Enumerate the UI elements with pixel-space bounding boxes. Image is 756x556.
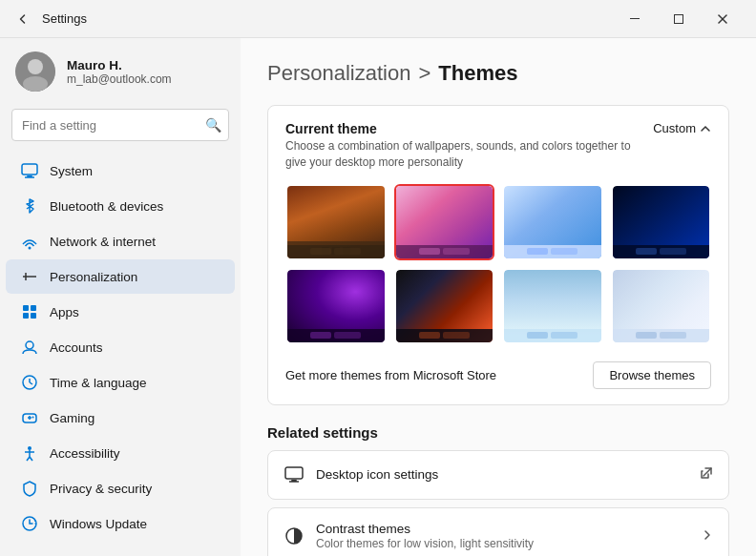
maximize-button[interactable] [657,0,701,38]
section-subtitle: Choose a combination of wallpapers, soun… [285,138,653,171]
sidebar-item-personalization[interactable]: Personalization [6,259,235,294]
sidebar-item-time-label: Time & language [50,376,147,390]
search-box: 🔍 [11,109,229,141]
breadcrumb-current: Themes [438,61,517,86]
sidebar-item-time[interactable]: Time & language [6,365,235,400]
sidebar-item-system-label: System [50,164,93,178]
theme-item-4[interactable] [611,184,712,260]
theme-item-8[interactable] [611,268,712,344]
theme-grid [285,184,711,344]
svg-rect-14 [23,305,29,311]
setting-item-desktop-icon[interactable]: Desktop icon settings [267,450,729,500]
svg-point-6 [23,76,48,92]
title-bar: Settings [0,0,756,38]
svg-rect-16 [23,313,29,319]
sidebar-item-update[interactable]: Windows Update [6,506,235,541]
user-email: m_lab@outlook.com [67,72,172,86]
get-more-themes-text: Get more themes from Microsoft Store [285,368,496,382]
back-button[interactable] [11,8,34,31]
svg-line-21 [30,382,32,384]
theme-item-3[interactable] [502,184,603,260]
sidebar-item-personalization-label: Personalization [50,270,137,284]
theme-item-2[interactable] [394,184,495,260]
contrast-icon [284,525,304,546]
sidebar-item-system[interactable]: System [6,154,235,188]
svg-rect-1 [675,14,683,23]
setting-item-text: Desktop icon settings [316,467,438,482]
sidebar-item-apps[interactable]: Apps [6,295,235,329]
setting-item-left-contrast: Contrast themes Color themes for low vis… [284,522,534,550]
bluetooth-icon [21,197,38,215]
svg-line-30 [30,457,32,461]
user-profile[interactable]: Mauro H. m_lab@outlook.com [0,38,241,105]
theme-item-7[interactable] [502,268,603,344]
user-info: Mauro H. m_lab@outlook.com [67,58,172,86]
apps-icon [21,303,38,320]
nav-list: System Bluetooth & devices Network & int… [0,149,241,546]
network-icon [21,233,38,250]
external-link-icon [700,466,713,483]
svg-line-35 [704,468,711,476]
accessibility-icon [21,444,38,462]
sidebar-item-gaming-label: Gaming [50,411,94,425]
setting-item-contrast[interactable]: Contrast themes Color themes for low vis… [267,507,729,556]
sidebar-item-gaming[interactable]: Gaming [6,401,235,435]
close-button[interactable] [701,0,745,38]
content-area: Personalization > Themes Current theme C… [241,38,756,556]
personalization-icon [21,268,38,285]
sidebar-item-accounts[interactable]: Accounts [6,330,235,364]
window-title: Settings [42,11,613,26]
theme-taskbar [287,243,385,258]
svg-point-18 [26,341,33,349]
update-icon [21,515,38,532]
sidebar-item-accessibility[interactable]: Accessibility [6,436,235,470]
browse-themes-button[interactable]: Browse themes [593,361,711,389]
chevron-up-icon [700,123,711,134]
svg-point-5 [28,59,43,74]
sidebar-item-update-label: Windows Update [50,517,147,531]
search-input[interactable] [11,109,229,141]
sidebar-item-network-label: Network & internet [50,235,156,249]
breadcrumb-parent[interactable]: Personalization [267,61,410,86]
sidebar: Mauro H. m_lab@outlook.com 🔍 System [0,38,241,556]
theme-badge[interactable]: Custom [653,121,711,135]
privacy-icon [21,480,38,497]
setting-item-contrast-title: Contrast themes [316,522,534,536]
related-settings: Related settings Desktop icon settings [267,424,729,556]
breadcrumb: Personalization > Themes [267,61,729,86]
svg-rect-7 [22,164,37,175]
system-icon [21,162,38,179]
sidebar-item-accessibility-label: Accessibility [50,446,120,461]
sidebar-item-privacy[interactable]: Privacy & security [6,471,235,505]
sidebar-item-network[interactable]: Network & internet [6,224,235,258]
svg-rect-0 [630,18,640,19]
sidebar-item-bluetooth-label: Bluetooth & devices [50,199,163,214]
svg-point-25 [32,417,34,419]
setting-item-left: Desktop icon settings [284,464,438,485]
svg-rect-32 [285,467,303,479]
current-theme-card: Current theme Choose a combination of wa… [267,105,729,405]
theme-badge-label: Custom [653,121,696,135]
svg-point-26 [28,446,32,450]
section-header: Current theme Choose a combination of wa… [285,121,711,171]
section-title: Current theme [285,121,653,136]
time-icon [21,374,38,391]
theme-item-6[interactable] [394,268,495,344]
sidebar-item-accounts-label: Accounts [50,340,103,355]
gaming-icon [21,409,38,426]
setting-item-contrast-subtitle: Color themes for low vision, light sensi… [316,537,534,550]
svg-rect-15 [31,305,36,311]
setting-item-text-contrast: Contrast themes Color themes for low vis… [316,522,534,550]
app-body: Mauro H. m_lab@outlook.com 🔍 System [0,38,756,556]
sidebar-item-bluetooth[interactable]: Bluetooth & devices [6,189,235,223]
section-header-text: Current theme Choose a combination of wa… [285,121,653,171]
theme-item-5[interactable] [285,268,387,344]
minimize-button[interactable] [613,0,657,38]
avatar [15,51,55,92]
theme-item-1[interactable] [285,184,387,260]
breadcrumb-separator: > [418,61,430,86]
desktop-icon [284,464,304,485]
chevron-right-icon [702,528,713,544]
window-controls [613,0,745,38]
themes-footer: Get more themes from Microsoft Store Bro… [285,358,711,389]
